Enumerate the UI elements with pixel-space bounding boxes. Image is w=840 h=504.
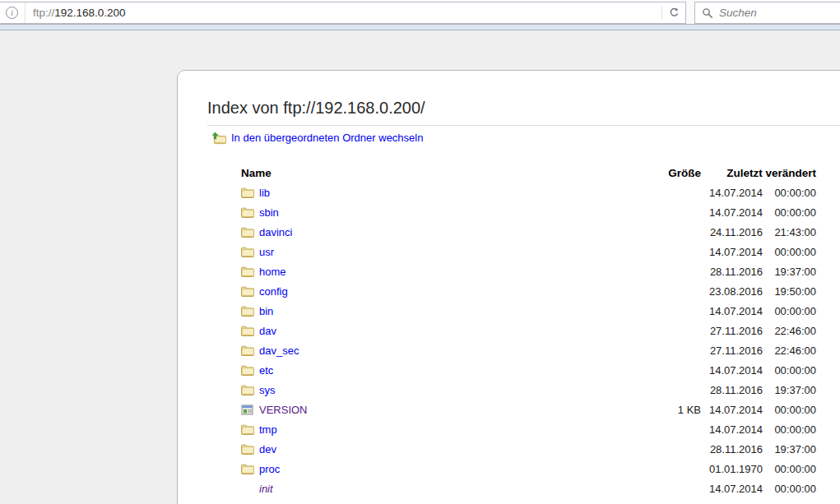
entry-size [636,301,701,321]
entry-link[interactable]: home [259,266,286,278]
entry-size [636,321,701,340]
title-divider [207,125,840,126]
entry-time: 19:37:00 [763,380,816,400]
reload-button[interactable] [661,6,685,20]
entry-link[interactable]: init [259,483,273,495]
entry-link[interactable]: sbin [259,206,279,219]
entry-link[interactable]: dev [259,443,276,455]
table-row: proc 01.01.1970 00:00:00 [241,459,816,479]
url-bar[interactable]: i ftp://192.168.0.200 [0,2,686,24]
table-row: lib 14.07.2014 00:00:00 [241,183,816,202]
entry-time: 00:00:00 [763,419,816,439]
table-row: dev 28.11.2016 19:37:00 [241,439,816,459]
entry-link[interactable]: usr [259,246,274,258]
entry-date: 14.07.2014 [701,400,763,419]
entry-time: 00:00:00 [763,360,816,380]
table-row: bin 14.07.2014 00:00:00 [241,301,816,321]
folder-icon [241,206,255,219]
entry-time: 00:00:00 [763,242,816,261]
folder-icon [241,226,255,238]
entry-size [636,360,701,380]
site-identity-button[interactable]: i [0,2,26,23]
table-header-row: Name Größe Zuletzt verändert [241,163,816,183]
entry-date: 14.07.2014 [701,360,763,380]
entry-date: 14.07.2014 [701,202,763,222]
entry-size [636,479,701,498]
entry-time: 00:00:00 [763,183,816,202]
no-icon [241,483,255,495]
entry-size [636,183,701,202]
entry-link[interactable]: dav [259,325,276,337]
table-row: sbin 14.07.2014 00:00:00 [241,202,816,222]
folder-icon [241,443,255,455]
entry-link[interactable]: VERSION [259,404,308,416]
entry-size [636,380,701,400]
entry-link[interactable]: bin [259,305,273,317]
folder-icon [241,384,255,396]
search-icon [695,7,719,19]
entry-time: 19:50:00 [763,281,816,301]
browser-toolbar: i ftp://192.168.0.200 Suchen [0,0,840,24]
entry-time: 19:37:00 [763,439,816,459]
table-row: usr 14.07.2014 00:00:00 [241,242,816,261]
url-scheme: ftp:// [33,7,54,19]
file-icon [241,404,255,416]
table-row: dav_sec 27.11.2016 22:46:00 [241,340,816,360]
entry-time: 21:43:00 [763,222,816,242]
entry-date: 28.11.2016 [701,439,763,459]
entry-date: 27.11.2016 [701,321,763,340]
url-input[interactable]: ftp://192.168.0.200 [26,7,126,19]
entry-link[interactable]: lib [259,187,270,199]
entry-link[interactable]: etc [259,364,273,377]
parent-directory-link[interactable]: In den übergeordneten Ordner wechseln [212,132,423,144]
toolbar-bottom-strip [0,24,840,30]
entry-date: 14.07.2014 [701,419,763,439]
entry-date: 14.07.2014 [701,183,763,202]
entry-size [636,222,701,242]
entry-time: 22:46:00 [763,340,816,360]
reload-icon [669,7,680,18]
entry-link[interactable]: davinci [259,226,292,238]
entry-date: 01.01.1970 [701,459,763,479]
entry-link[interactable]: tmp [259,423,277,436]
column-header-modified[interactable]: Zuletzt verändert [701,163,816,183]
entry-time: 00:00:00 [763,400,816,419]
entry-date: 14.07.2014 [701,479,763,498]
info-icon: i [6,7,18,19]
url-host: 192.168.0.200 [54,7,125,19]
entry-size [636,459,701,479]
search-placeholder: Suchen [719,7,757,19]
entry-date: 28.11.2016 [701,380,763,400]
folder-icon [241,305,255,317]
folder-up-icon [212,132,226,144]
entry-link[interactable]: config [259,285,288,298]
parent-directory-label: In den übergeordneten Ordner wechseln [231,132,423,144]
entry-size [636,439,701,459]
entry-date: 24.11.2016 [701,222,763,242]
entry-time: 00:00:00 [763,459,816,479]
folder-icon [241,266,255,278]
entry-date: 27.11.2016 [701,340,763,360]
entry-date: 14.07.2014 [701,242,763,261]
table-row: home 28.11.2016 19:37:00 [241,261,816,281]
folder-icon [241,285,255,298]
entry-date: 28.11.2016 [701,261,763,281]
page-title: Index von ftp://192.168.0.200/ [207,99,425,118]
search-input[interactable]: Suchen [694,2,840,24]
entry-date: 14.07.2014 [701,301,763,321]
entry-time: 19:37:00 [763,261,816,281]
entry-link[interactable]: sys [259,384,276,396]
entry-size [636,281,701,301]
folder-icon [241,187,255,199]
column-header-size[interactable]: Größe [636,163,701,183]
entry-link[interactable]: dav_sec [259,344,299,357]
table-row: tmp 14.07.2014 00:00:00 [241,419,816,439]
folder-icon [241,344,255,357]
table-row: VERSION 1 KB 14.07.2014 00:00:00 [241,400,816,419]
entry-link[interactable]: proc [259,463,280,475]
folder-icon [241,463,255,475]
table-row: davinci 24.11.2016 21:43:00 [241,222,816,242]
column-header-name[interactable]: Name [241,163,636,183]
table-row: sys 28.11.2016 19:37:00 [241,380,816,400]
entry-size [636,419,701,439]
